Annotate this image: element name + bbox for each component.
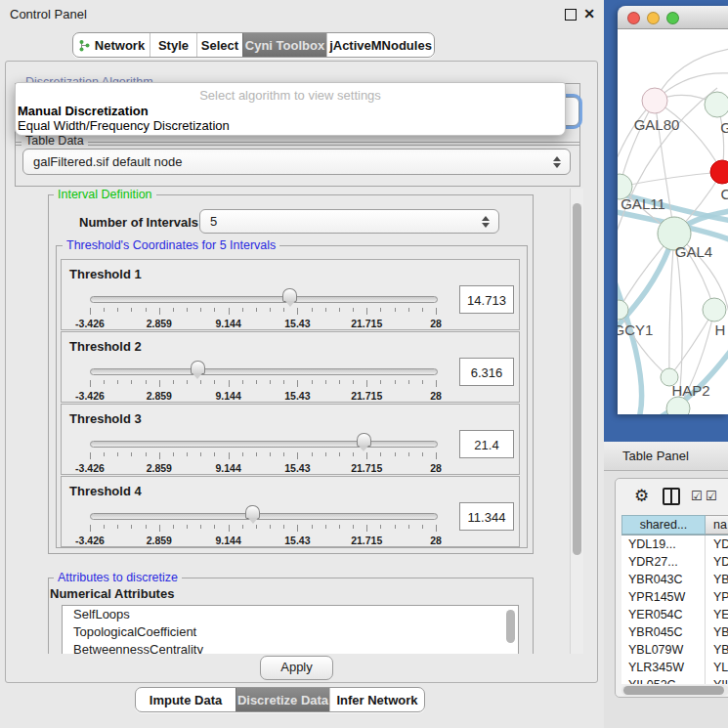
threshold-value[interactable]: 21.4 <box>459 430 514 458</box>
list-scrollbar[interactable] <box>506 610 515 643</box>
table-row[interactable]: YBR043CYBR0 <box>621 571 728 588</box>
threshold-value[interactable]: 14.713 <box>459 285 514 314</box>
tick-mark <box>214 380 215 384</box>
table-row[interactable]: YBR045CYBR0 <box>621 623 728 641</box>
tab-network[interactable]: Network <box>73 33 150 57</box>
table-row[interactable]: YBL079WYBL0 <box>621 641 728 659</box>
attribute-item[interactable]: TopologicalCoefficient <box>63 623 518 641</box>
attribute-item[interactable]: SelfLoops <box>63 606 518 623</box>
horizontal-scrollbar[interactable] <box>621 685 728 696</box>
algorithm-option[interactable]: Equal Width/Frequency Discretization <box>16 118 565 133</box>
tick-mark <box>117 452 118 456</box>
tab-label: Style <box>158 38 189 53</box>
slider-thumb[interactable] <box>357 433 371 447</box>
checkbox-icon[interactable]: ☑ <box>691 489 703 503</box>
tab-infer-network[interactable]: Infer Network <box>329 688 424 711</box>
table-row[interactable]: YDR27...YDR2 <box>621 553 728 571</box>
tick-label: -3.426 <box>75 318 105 329</box>
threshold-value[interactable]: 6.316 <box>459 358 514 386</box>
slider-thumb[interactable] <box>245 505 260 519</box>
column-header-shared-name[interactable]: shared... <box>621 515 706 535</box>
vertical-scrollbar[interactable] <box>570 189 583 654</box>
zoom-window-button[interactable] <box>666 12 679 24</box>
network-edge[interactable] <box>620 172 722 187</box>
attributes-title: Attributes to discretize <box>54 571 182 584</box>
tick-mark <box>256 380 257 384</box>
cell-name: YIL0 <box>706 676 728 684</box>
network-node-gal80[interactable] <box>642 88 667 113</box>
table-row[interactable]: YIL052CYIL0 <box>621 676 728 684</box>
scrollbar-thumb[interactable] <box>573 203 581 555</box>
float-icon[interactable] <box>565 9 577 21</box>
network-canvas[interactable]: GAL80GCGAL11GAL4GCY1HHAP2 <box>618 29 728 414</box>
table-row[interactable]: YDL19...YDL1 <box>621 535 728 553</box>
numerical-attributes-heading: Numerical Attributes <box>50 586 174 601</box>
gear-icon[interactable]: ⚙ <box>634 486 649 506</box>
tick-mark <box>395 308 396 312</box>
tick-mark <box>408 452 409 456</box>
network-edge-wide[interactable] <box>618 274 642 414</box>
slider-track[interactable] <box>90 513 438 520</box>
slider-thumb[interactable] <box>191 361 205 374</box>
table-row[interactable]: YLR345WYLR3 <box>621 659 728 676</box>
tab-discretize-data[interactable]: Discretize Data <box>236 688 329 711</box>
tab-impute-data[interactable]: Impute Data <box>136 688 236 711</box>
slider-track[interactable] <box>90 296 438 303</box>
tick-mark <box>159 380 160 387</box>
cytoscape-desktop: GAL80GCGAL11GAL4GCY1HHAP2 <box>604 0 728 442</box>
tick-mark <box>117 380 118 384</box>
slider-track[interactable] <box>90 441 438 448</box>
tick-mark <box>229 452 230 459</box>
tab-select[interactable]: Select <box>196 33 242 57</box>
table-row[interactable]: YER054CYER0 <box>621 606 728 623</box>
network-node-c[interactable] <box>710 160 728 184</box>
columns-icon[interactable] <box>663 488 680 505</box>
threshold-value[interactable]: 11.344 <box>459 502 514 531</box>
table-data-combobox[interactable]: galFiltered.sif default node <box>22 149 571 175</box>
tick-label: 9.144 <box>215 462 240 474</box>
tick-mark <box>256 525 257 529</box>
checkbox-icon[interactable]: ☑ <box>706 489 717 503</box>
threshold-slider[interactable]: -3.4262.8599.14415.4321.71528 <box>90 286 436 327</box>
slider-track[interactable] <box>90 368 438 375</box>
network-graph: GAL80GCGAL11GAL4GCY1HHAP2 <box>618 29 728 414</box>
tick-mark <box>366 308 367 315</box>
table-row[interactable]: YPR145WYPR1 <box>621 588 728 606</box>
column-header-name[interactable]: na <box>706 515 728 535</box>
tick-mark <box>422 525 423 529</box>
slider-thumb[interactable] <box>282 288 297 302</box>
close-window-button[interactable] <box>627 12 640 24</box>
tab-jactivemnodules[interactable]: jActiveMNodules <box>326 33 434 57</box>
tab-cyni-toolbox[interactable]: Cyni Toolbox <box>242 33 326 57</box>
network-node-h[interactable] <box>703 298 726 321</box>
tick-mark <box>229 525 230 532</box>
threshold-slider[interactable]: -3.4262.8599.14415.4321.71528 <box>90 431 436 472</box>
tick-mark <box>380 525 381 529</box>
threshold-slider[interactable]: -3.4262.8599.14415.4321.71528 <box>90 503 436 544</box>
tick-mark <box>366 525 367 532</box>
tick-mark <box>146 525 147 529</box>
threshold-slider[interactable]: -3.4262.8599.14415.4321.71528 <box>90 359 436 400</box>
apply-button[interactable]: Apply <box>260 656 333 680</box>
tick-mark <box>117 308 118 312</box>
close-icon[interactable]: ✕ <box>583 6 595 21</box>
tick-mark <box>187 380 188 384</box>
tab-style[interactable]: Style <box>150 33 196 57</box>
scrollbar-thumb[interactable] <box>623 686 724 695</box>
network-edge[interactable] <box>620 101 655 187</box>
number-of-intervals-combobox[interactable]: 5 <box>199 209 499 234</box>
spinner-icon <box>482 216 490 228</box>
tab-label: Select <box>201 38 238 53</box>
top-tab-bar: NetworkStyleSelectCyni ToolboxjActiveMNo… <box>72 32 435 58</box>
network-edge[interactable] <box>669 234 674 377</box>
tab-label: Cyni Toolbox <box>245 38 324 53</box>
tab-label: jActiveMNodules <box>329 38 432 53</box>
network-node-g[interactable] <box>705 92 728 117</box>
table-header-row: shared...na <box>621 515 728 535</box>
node-label: GAL4 <box>675 243 712 260</box>
algorithm-option[interactable]: Manual Discretization <box>16 104 565 118</box>
minimize-window-button[interactable] <box>647 12 660 24</box>
attribute-item[interactable]: BetweennessCentrality <box>63 641 518 654</box>
tick-mark <box>90 380 91 387</box>
tick-mark <box>395 380 396 384</box>
